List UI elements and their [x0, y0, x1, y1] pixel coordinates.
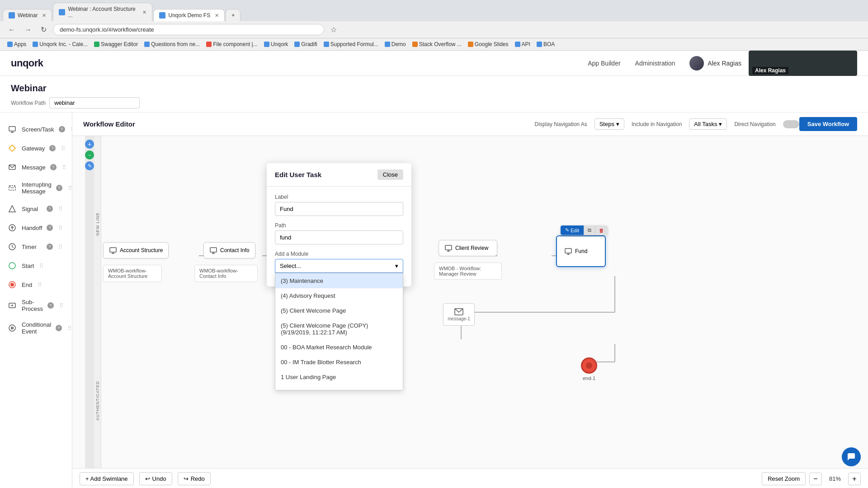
bookmark-unqork[interactable]: Unqork Inc. - Cale...: [31, 40, 90, 48]
dropdown-item-boa-market[interactable]: 00 - BOA Market Research Module: [275, 340, 403, 355]
bookmark-gslides[interactable]: Google Slides: [466, 40, 510, 48]
dropdown-item-im-trade[interactable]: 00 - IM Trade Blotter Research: [275, 355, 403, 370]
add-swimlane-button[interactable]: + Add Swimlane: [80, 472, 134, 485]
bookmark-swagger[interactable]: Swagger Editor: [92, 40, 140, 48]
sidebar-info-interrupting[interactable]: ?: [56, 185, 62, 191]
tab-close-3[interactable]: ✕: [215, 13, 219, 19]
forward-button[interactable]: →: [22, 25, 34, 35]
bookmark-gradifi[interactable]: Gradifi: [292, 40, 319, 48]
all-tasks-dropdown[interactable]: All Tasks ▾: [689, 118, 727, 130]
workflow-path-label: Workflow Path: [11, 100, 46, 106]
node-wmob-contact[interactable]: WMOB-workflow-Contact Info: [194, 265, 258, 282]
bookmark-unqork2[interactable]: Unqork: [262, 40, 290, 48]
star-button[interactable]: ☆: [328, 24, 340, 35]
sidebar-item-screen-task[interactable]: Screen/Task ? ⠿: [0, 120, 72, 139]
bookmark-file[interactable]: File component |...: [204, 40, 259, 48]
sidebar-item-end[interactable]: End ⠿: [0, 275, 72, 294]
sidebar-item-timer[interactable]: Timer ? ⠿: [0, 237, 72, 256]
direct-nav-toggle[interactable]: [783, 120, 799, 128]
module-select-placeholder: Select...: [280, 263, 301, 269]
node-fund[interactable]: Fund: [556, 235, 606, 267]
sidebar-info-timer[interactable]: ?: [47, 244, 53, 250]
refresh-button[interactable]: ↻: [38, 24, 49, 35]
bookmark-label-swagger: Swagger Editor: [101, 41, 138, 47]
save-workflow-button[interactable]: Save Workflow: [799, 117, 857, 131]
sidebar-info-gateway[interactable]: ?: [49, 145, 56, 151]
sidebar-info-handoff[interactable]: ?: [47, 225, 53, 231]
bookmark-demo[interactable]: Demo: [383, 40, 408, 48]
path-field-input[interactable]: [275, 230, 403, 244]
sidebar-drag-timer: ⠿: [58, 244, 65, 250]
sidebar-info-conditional-event[interactable]: ?: [56, 325, 62, 331]
tab-webinar[interactable]: Webinar ✕: [3, 9, 52, 21]
all-tasks-chevron: ▾: [719, 121, 722, 127]
tab-close-1[interactable]: ✕: [42, 13, 46, 19]
dropdown-item-client-welcome-copy[interactable]: (5) Client Welcome Page (COPY) (9/19/201…: [275, 318, 403, 340]
undo-button[interactable]: ↩ Undo: [139, 472, 172, 485]
node-end[interactable]: end-1: [581, 357, 597, 381]
sidebar-item-subprocess[interactable]: Sub-Process ? ⠿: [0, 294, 72, 317]
chat-bubble-button[interactable]: [842, 447, 861, 466]
editor-header: Workflow Editor Display Navigation As St…: [72, 113, 868, 136]
back-button[interactable]: ←: [5, 25, 18, 35]
bookmark-favicon-api: [515, 42, 520, 47]
sidebar-drag-handoff: ⠿: [58, 225, 65, 231]
dropdown-item-user-landing-copy[interactable]: 1 User Landing Page (COPY FOR STYLING TE…: [275, 385, 403, 390]
sidebar-item-gateway[interactable]: Gateway ? ⠿: [0, 139, 72, 158]
node-fund-label: Fund: [575, 248, 587, 254]
canvas-area[interactable]: + → ✎ New Line Authenticated: [72, 136, 868, 488]
sidebar-info-screen-task[interactable]: ?: [59, 126, 65, 132]
sidebar-item-conditional-event[interactable]: Conditional Event ? ⠿: [0, 317, 72, 339]
bookmark-stackoverflow[interactable]: Stack Overflow ...: [410, 40, 463, 48]
bookmark-favicon-unqork: [33, 42, 38, 47]
bookmark-apps[interactable]: Apps: [5, 40, 28, 48]
sidebar-item-message[interactable]: Message ? ⠿: [0, 158, 72, 177]
sidebar-info-message[interactable]: ?: [50, 164, 57, 170]
reset-zoom-button[interactable]: Reset Zoom: [762, 472, 806, 485]
bookmark-api[interactable]: API: [513, 40, 532, 48]
modal-close-button[interactable]: Close: [377, 169, 403, 180]
tab-webinar-account[interactable]: Webinar : Account Structure ... ✕: [53, 3, 152, 21]
nav-app-builder[interactable]: App Builder: [588, 58, 620, 69]
node-client-review[interactable]: Client Review: [439, 240, 497, 256]
bookmark-supported[interactable]: Supported Formul...: [322, 40, 380, 48]
fund-copy-button[interactable]: ⧉: [584, 225, 595, 235]
add-node-button[interactable]: +: [85, 140, 94, 149]
workflow-path-input[interactable]: [49, 97, 140, 108]
dropdown-item-advisory[interactable]: (4) Advisory Request: [275, 288, 403, 303]
bookmark-label-api: API: [522, 41, 530, 47]
editor-controls: Display Navigation As Steps ▾ Include in…: [535, 118, 799, 130]
fund-delete-button[interactable]: 🗑: [595, 225, 608, 235]
new-tab-button[interactable]: +: [226, 9, 241, 21]
node-account-structure[interactable]: Account Structure: [103, 242, 169, 258]
module-select[interactable]: Select... ▾: [275, 259, 403, 273]
dropdown-item-maintenance[interactable]: (3) Maintenance: [275, 273, 403, 288]
sidebar-item-start[interactable]: Start ⠿: [0, 256, 72, 275]
address-input[interactable]: [53, 24, 324, 35]
connect-button[interactable]: →: [85, 150, 94, 160]
bookmark-boa[interactable]: BOA: [535, 40, 557, 48]
display-nav-dropdown[interactable]: Steps ▾: [594, 118, 624, 130]
dropdown-item-user-landing[interactable]: 1 User Landing Page: [275, 370, 403, 385]
zoom-in-button[interactable]: +: [848, 473, 861, 485]
tab-close-2[interactable]: ✕: [142, 9, 146, 15]
sidebar-item-handoff[interactable]: Handoff ? ⠿: [0, 218, 72, 237]
node-message[interactable]: message-1: [443, 303, 475, 326]
sidebar-info-signal[interactable]: ?: [47, 206, 53, 212]
node-contact-info[interactable]: Contact Info: [203, 242, 255, 258]
fund-edit-button[interactable]: ✎ Edit: [561, 225, 584, 235]
zoom-out-button[interactable]: −: [809, 473, 822, 485]
sidebar-info-subprocess[interactable]: ?: [47, 302, 54, 309]
sidebar-item-signal[interactable]: Signal ? ⠿: [0, 199, 72, 218]
edit-button[interactable]: ✎: [85, 161, 94, 170]
node-wmob-account[interactable]: WMOB-workflow-Account Structure: [103, 265, 162, 282]
bookmark-questions[interactable]: Questions from ne...: [142, 40, 202, 48]
sidebar-item-interrupting-message[interactable]: Interrupting Message ? ⠿: [0, 177, 72, 199]
redo-button[interactable]: ↪ Redo: [178, 472, 211, 485]
svg-point-12: [10, 283, 14, 286]
node-wmob-manager[interactable]: WMOB - Workflow: Manager Review: [434, 263, 502, 280]
nav-administration[interactable]: Administration: [635, 58, 675, 69]
label-field-input[interactable]: [275, 202, 403, 216]
dropdown-item-client-welcome[interactable]: (5) Client Welcome Page: [275, 303, 403, 318]
tab-unqork-demo[interactable]: Unqork Demo FS ✕: [153, 9, 225, 21]
